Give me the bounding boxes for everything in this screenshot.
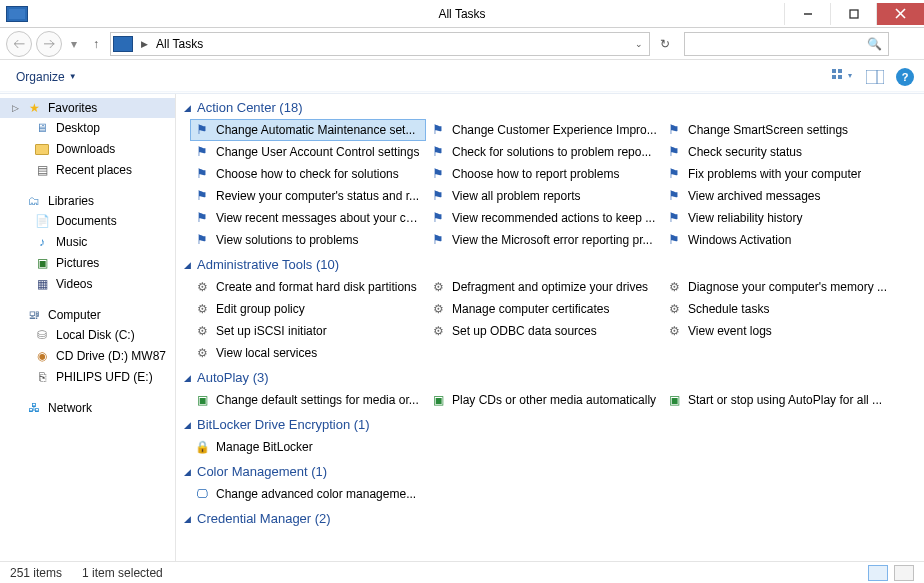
task-item[interactable]: ▣Change default settings for media or...	[190, 389, 426, 411]
task-label: Start or stop using AutoPlay for all ...	[688, 391, 882, 409]
group-header[interactable]: ◢AutoPlay (3)	[176, 364, 924, 389]
task-item[interactable]: ⚙Diagnose your computer's memory ...	[662, 276, 898, 298]
group-header[interactable]: ◢Color Management (1)	[176, 458, 924, 483]
task-label: Create and format hard disk partitions	[216, 278, 417, 296]
search-input[interactable]	[691, 36, 867, 52]
task-item[interactable]: ⚙Schedule tasks	[662, 298, 898, 320]
task-item[interactable]: ⚑Check security status	[662, 141, 898, 163]
task-item[interactable]: ⚑View reliability history	[662, 207, 898, 229]
task-item[interactable]: 🖵Change advanced color manageme...	[190, 483, 426, 505]
status-count: 251 items	[10, 566, 62, 580]
group-header[interactable]: ◢Credential Manager (2)	[176, 505, 924, 530]
task-label: Set up iSCSI initiator	[216, 322, 327, 340]
task-label: Edit group policy	[216, 300, 305, 318]
collapse-icon: ◢	[184, 467, 191, 477]
task-item[interactable]: ⚑Choose how to check for solutions	[190, 163, 426, 185]
close-button[interactable]	[876, 3, 924, 25]
task-item[interactable]: ⚙Set up ODBC data sources	[426, 320, 662, 342]
task-item[interactable]: 🔒Manage BitLocker	[190, 436, 426, 458]
back-button[interactable]: 🡠	[6, 31, 32, 57]
view-options-button[interactable]	[832, 66, 854, 88]
task-item[interactable]: ⚙View event logs	[662, 320, 898, 342]
network-header[interactable]: 🖧 Network	[0, 398, 175, 418]
tree-item-documents[interactable]: 📄Documents	[0, 211, 175, 232]
maximize-button[interactable]	[830, 3, 876, 25]
task-item[interactable]: ⚑Fix problems with your computer	[662, 163, 898, 185]
group-header[interactable]: ◢Action Center (18)	[176, 94, 924, 119]
tree-item-desktop[interactable]: 🖥Desktop	[0, 118, 175, 139]
group-header[interactable]: ◢BitLocker Drive Encryption (1)	[176, 411, 924, 436]
task-item[interactable]: ⚙Edit group policy	[190, 298, 426, 320]
task-item[interactable]: ⚑Check for solutions to problem repo...	[426, 141, 662, 163]
task-item[interactable]: ⚙View local services	[190, 342, 426, 364]
group-header[interactable]: ◢Administrative Tools (10)	[176, 251, 924, 276]
task-item[interactable]: ⚑View archived messages	[662, 185, 898, 207]
task-label: Windows Activation	[688, 231, 791, 249]
flag-icon: ⚑	[194, 123, 210, 137]
task-label: Defragment and optimize your drives	[452, 278, 648, 296]
task-item[interactable]: ⚑Review your computer's status and r...	[190, 185, 426, 207]
refresh-button[interactable]: ↻	[654, 33, 676, 55]
tree-item-cd-drive[interactable]: ◉CD Drive (D:) MW87	[0, 346, 175, 367]
chevron-right-icon: ▶	[139, 39, 150, 49]
task-item[interactable]: ⚑Change Automatic Maintenance set...	[190, 119, 426, 141]
flag-icon: ⚑	[430, 145, 446, 159]
task-label: Fix problems with your computer	[688, 165, 861, 183]
task-label: View archived messages	[688, 187, 821, 205]
libraries-header[interactable]: 🗂 Libraries	[0, 191, 175, 211]
tree-item-pictures[interactable]: ▣Pictures	[0, 253, 175, 274]
tree-item-recent-places[interactable]: ▤Recent places	[0, 160, 175, 181]
task-item[interactable]: ⚑Change User Account Control settings	[190, 141, 426, 163]
star-icon: ★	[26, 101, 42, 115]
task-item[interactable]: ⚑Change Customer Experience Impro...	[426, 119, 662, 141]
folder-icon	[34, 143, 50, 157]
task-item[interactable]: ⚑Windows Activation	[662, 229, 898, 251]
task-item[interactable]: ⚑View the Microsoft error reporting pr..…	[426, 229, 662, 251]
favorites-label: Favorites	[48, 101, 97, 115]
forward-button[interactable]: 🡢	[36, 31, 62, 57]
task-item[interactable]: ⚑Choose how to report problems	[426, 163, 662, 185]
task-item[interactable]: ▣Start or stop using AutoPlay for all ..…	[662, 389, 898, 411]
task-label: Set up ODBC data sources	[452, 322, 597, 340]
tree-item-downloads[interactable]: Downloads	[0, 139, 175, 160]
organize-button[interactable]: Organize ▼	[10, 67, 83, 87]
history-dropdown[interactable]: ▾	[66, 31, 82, 57]
group-items: ⚑Change Automatic Maintenance set...⚑Cha…	[176, 119, 924, 251]
task-item[interactable]: ⚑Change SmartScreen settings	[662, 119, 898, 141]
address-bar[interactable]: ▶ All Tasks ⌄	[110, 32, 650, 56]
task-item[interactable]: ⚙Set up iSCSI initiator	[190, 320, 426, 342]
view-details-button[interactable]	[868, 565, 888, 581]
tree-item-usb-drive[interactable]: ⎘PHILIPS UFD (E:)	[0, 367, 175, 388]
tree-item-videos[interactable]: ▦Videos	[0, 274, 175, 295]
documents-icon: 📄	[34, 215, 50, 229]
favorites-header[interactable]: ▷ ★ Favorites	[0, 98, 175, 118]
tree-item-music[interactable]: ♪Music	[0, 232, 175, 253]
task-item[interactable]: ⚑View recommended actions to keep ...	[426, 207, 662, 229]
search-box[interactable]: 🔍	[684, 32, 889, 56]
task-item[interactable]: ⚑View recent messages about your co...	[190, 207, 426, 229]
help-button[interactable]: ?	[896, 68, 914, 86]
flag-icon: ⚑	[666, 145, 682, 159]
task-item[interactable]: ⚑View all problem reports	[426, 185, 662, 207]
minimize-button[interactable]	[784, 3, 830, 25]
content-pane: ◢Action Center (18)⚑Change Automatic Mai…	[176, 94, 924, 561]
svg-rect-5	[838, 69, 842, 73]
task-label: Change Customer Experience Impro...	[452, 121, 657, 139]
task-item[interactable]: ⚙Manage computer certificates	[426, 298, 662, 320]
task-label: View event logs	[688, 322, 772, 340]
preview-pane-button[interactable]	[864, 66, 886, 88]
task-item[interactable]: ⚑View solutions to problems	[190, 229, 426, 251]
task-item[interactable]: ▣Play CDs or other media automatically	[426, 389, 662, 411]
task-item[interactable]: ⚙Create and format hard disk partitions	[190, 276, 426, 298]
address-dropdown[interactable]: ⌄	[635, 39, 647, 49]
task-item[interactable]: ⚙Defragment and optimize your drives	[426, 276, 662, 298]
view-large-button[interactable]	[894, 565, 914, 581]
up-button[interactable]: ↑	[86, 37, 106, 51]
libraries-label: Libraries	[48, 194, 94, 208]
chevron-down-icon: ▼	[69, 72, 77, 81]
group-title: Administrative Tools (10)	[197, 257, 339, 272]
computer-header[interactable]: 🖳 Computer	[0, 305, 175, 325]
flag-icon: ⚑	[666, 233, 682, 247]
tree-item-local-disk[interactable]: ⛁Local Disk (C:)	[0, 325, 175, 346]
computer-icon: 🖳	[26, 308, 42, 322]
